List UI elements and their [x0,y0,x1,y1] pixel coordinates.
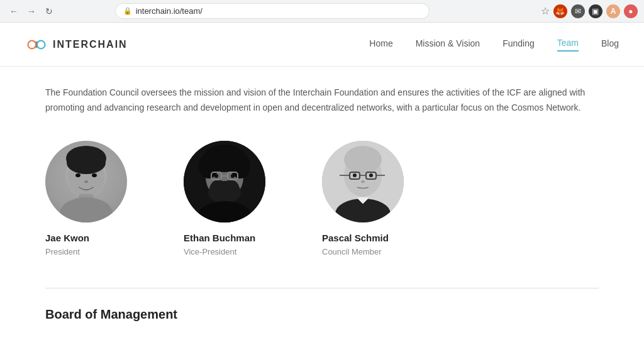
site-nav: Home Mission & Vision Funding Team Blog [369,38,619,52]
url-text: interchain.io/team/ [136,6,203,16]
svg-point-1 [37,40,45,48]
member-name-jae: Jae Kwon [45,233,89,243]
profile-avatar[interactable]: A [606,4,620,18]
star-icon[interactable]: ☆ [541,5,550,17]
svg-point-27 [344,146,382,173]
pascal-avatar-svg [322,141,404,222]
nav-team[interactable]: Team [557,38,579,52]
team-member-ethan: Ethan Buchman Vice-President [184,141,284,256]
svg-point-23 [231,174,235,178]
site-logo[interactable]: INTERCHAIN [25,33,128,56]
board-section-title: Board of Management [45,307,599,322]
forward-button[interactable]: → [24,4,39,19]
back-button[interactable]: ← [6,4,21,19]
intro-text: The Foundation Council oversees the miss… [45,85,599,116]
extension-icon-2[interactable]: ✉ [571,4,585,18]
nav-mission[interactable]: Mission & Vision [416,38,480,51]
svg-point-8 [92,173,97,177]
team-grid: Jae Kwon President [45,141,599,256]
member-name-ethan: Ethan Buchman [184,233,255,243]
svg-point-10 [60,197,113,222]
main-content: The Foundation Council oversees the miss… [20,67,624,341]
svg-point-33 [353,173,357,177]
section-divider [45,288,599,288]
member-name-pascal: Pascal Schmid [322,233,389,243]
profile-avatar-2[interactable]: ● [624,4,638,18]
site-header: INTERCHAIN Home Mission & Vision Funding… [0,23,644,67]
team-member-jae: Jae Kwon President [45,141,146,256]
extension-icon-1[interactable]: 🦊 [553,4,567,18]
ethan-avatar-svg [184,141,265,222]
address-bar[interactable]: 🔒 interchain.io/team/ [115,3,430,19]
nav-funding[interactable]: Funding [502,38,535,51]
member-photo-pascal [322,141,404,222]
nav-home[interactable]: Home [369,38,392,51]
member-title-ethan: Vice-President [184,247,236,256]
svg-point-7 [75,173,80,177]
svg-point-34 [369,173,373,177]
team-member-pascal: Pascal Schmid Council Member [322,141,423,256]
nav-blog[interactable]: Blog [601,38,619,51]
svg-point-6 [67,151,106,174]
svg-point-9 [84,180,88,183]
browser-nav-buttons: ← → ↻ [6,4,57,19]
logo-text: INTERCHAIN [53,39,128,50]
member-photo-ethan [184,141,265,222]
svg-point-18 [222,180,240,200]
reload-button[interactable]: ↻ [42,4,57,19]
lock-icon: 🔒 [123,7,132,15]
jae-avatar-svg [45,141,127,222]
member-photo-jae [45,141,127,222]
svg-point-35 [361,180,365,183]
member-title-pascal: Council Member [322,247,382,256]
svg-point-0 [28,40,36,48]
browser-actions: ☆ 🦊 ✉ ▣ A ● [541,4,638,18]
logo-svg [25,33,48,56]
svg-point-22 [214,174,218,178]
member-title-jae: President [45,247,80,256]
extension-icon-3[interactable]: ▣ [589,4,602,18]
browser-chrome: ← → ↻ 🔒 interchain.io/team/ ☆ 🦊 ✉ ▣ A ● [0,0,644,23]
